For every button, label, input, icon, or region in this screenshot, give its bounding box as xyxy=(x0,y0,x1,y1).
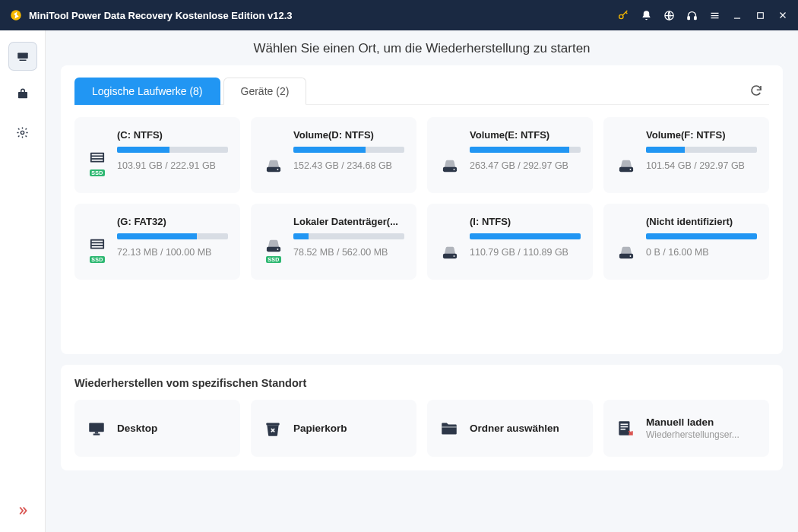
drive-icon xyxy=(441,158,459,173)
svg-rect-3 xyxy=(687,16,689,19)
page-heading: Wählen Sie einen Ort, um die Wiederherst… xyxy=(46,30,798,65)
tabs-row: Logische Laufwerke (8) Geräte (2) xyxy=(74,78,769,105)
svg-rect-4 xyxy=(694,16,696,19)
drives-panel: Logische Laufwerke (8) Geräte (2) SSD(C:… xyxy=(61,65,783,354)
drive-icon-column: SSD xyxy=(263,216,284,266)
sidebar-item-toolbox[interactable] xyxy=(9,81,36,108)
location-card[interactable]: Papierkorb xyxy=(251,400,416,457)
drive-name: (Nicht identifiziert) xyxy=(646,216,757,227)
svg-rect-12 xyxy=(92,157,103,158)
svg-rect-22 xyxy=(92,243,103,245)
drive-icon xyxy=(264,158,283,173)
drive-icon-column xyxy=(616,216,637,266)
drive-info: Volume(E: NTFS)263.47 GB / 292.97 GB xyxy=(470,129,581,179)
drive-grid: SSD(C: NTFS)103.91 GB / 222.91 GBVolume(… xyxy=(74,117,769,280)
drive-icon xyxy=(88,238,106,253)
location-grid: DesktopPapierkorbOrdner auswählenManuell… xyxy=(74,400,769,457)
svg-point-9 xyxy=(21,131,24,134)
location-icon xyxy=(263,419,283,439)
location-card[interactable]: Ordner auswählen xyxy=(427,400,593,457)
drive-icon-column: SSD xyxy=(87,129,108,179)
location-icon xyxy=(439,419,459,439)
svg-rect-8 xyxy=(18,92,27,98)
drive-progress xyxy=(117,147,228,153)
maximize-icon[interactable] xyxy=(754,9,766,21)
drive-icon-column xyxy=(439,216,461,266)
svg-rect-36 xyxy=(621,423,629,425)
drive-card[interactable]: Volume(E: NTFS)263.47 GB / 292.97 GB xyxy=(427,117,593,193)
sidebar-item-settings[interactable] xyxy=(9,119,36,146)
minimize-icon[interactable] xyxy=(731,9,743,21)
location-card[interactable]: Desktop xyxy=(74,400,240,457)
drive-icon xyxy=(264,238,283,253)
refresh-icon[interactable] xyxy=(749,84,765,99)
drive-icon-column xyxy=(616,129,637,179)
svg-rect-24 xyxy=(267,247,280,252)
svg-rect-31 xyxy=(93,433,100,435)
drive-progress xyxy=(470,147,581,153)
location-card[interactable]: Manuell ladenWiederherstellungser... xyxy=(603,400,769,457)
menu-icon[interactable] xyxy=(708,9,720,21)
titlebar: MiniTool Power Data Recovery Kostenlose … xyxy=(0,0,798,30)
svg-rect-35 xyxy=(619,421,629,435)
svg-rect-28 xyxy=(619,254,633,258)
drive-card[interactable]: SSDLokaler Datenträger(...78.52 MB / 562… xyxy=(251,204,416,280)
svg-rect-26 xyxy=(443,254,457,258)
drive-icon xyxy=(617,245,635,260)
drive-name: Volume(E: NTFS) xyxy=(470,129,581,141)
svg-rect-32 xyxy=(95,432,98,433)
location-text: Desktop xyxy=(117,423,157,434)
svg-rect-34 xyxy=(442,426,457,427)
location-icon xyxy=(87,419,106,439)
drive-info: (I: NTFS)110.79 GB / 110.89 GB xyxy=(470,216,581,266)
svg-rect-7 xyxy=(19,60,26,62)
tab-logical-drives[interactable]: Logische Laufwerke (8) xyxy=(74,78,220,105)
globe-icon[interactable] xyxy=(663,9,675,21)
svg-rect-33 xyxy=(266,423,279,425)
drive-icon xyxy=(617,158,635,173)
app-title: MiniTool Power Data Recovery Kostenlose … xyxy=(29,10,617,21)
sidebar-item-recovery[interactable] xyxy=(9,43,36,70)
svg-rect-37 xyxy=(621,426,629,427)
drive-progress xyxy=(293,147,404,153)
location-title: Ordner auswählen xyxy=(470,423,559,434)
drive-info: Volume(D: NTFS)152.43 GB / 234.68 GB xyxy=(293,129,404,179)
svg-point-27 xyxy=(454,255,455,257)
svg-rect-14 xyxy=(267,167,280,172)
drive-progress xyxy=(646,233,757,239)
main-content: Wählen Sie einen Ort, um die Wiederherst… xyxy=(46,30,798,532)
drive-card[interactable]: SSD(C: NTFS)103.91 GB / 222.91 GB xyxy=(74,117,240,193)
close-icon[interactable] xyxy=(777,9,789,21)
svg-rect-16 xyxy=(443,167,457,172)
drive-card[interactable]: (Nicht identifiziert)0 B / 16.00 MB xyxy=(603,204,769,280)
headphones-icon[interactable] xyxy=(686,9,698,21)
tab-devices[interactable]: Geräte (2) xyxy=(223,78,307,105)
specific-location-title: Wiederherstellen vom spezifischen Stando… xyxy=(74,377,769,389)
location-title: Papierkorb xyxy=(293,423,347,434)
key-icon[interactable] xyxy=(617,9,629,21)
drive-size: 101.54 GB / 292.97 GB xyxy=(646,160,757,171)
svg-point-1 xyxy=(619,14,623,18)
drive-card[interactable]: Volume(F: NTFS)101.54 GB / 292.97 GB xyxy=(603,117,769,193)
drive-size: 0 B / 16.00 MB xyxy=(646,247,757,258)
drive-name: (I: NTFS) xyxy=(470,216,581,227)
bell-icon[interactable] xyxy=(640,9,652,21)
location-title: Desktop xyxy=(117,423,157,434)
specific-location-panel: Wiederherstellen vom spezifischen Stando… xyxy=(61,365,783,470)
titlebar-actions xyxy=(617,9,789,21)
svg-rect-21 xyxy=(92,241,103,242)
drive-info: (G: FAT32)72.13 MB / 100.00 MB xyxy=(117,216,228,266)
ssd-badge: SSD xyxy=(266,256,280,263)
drive-info: Volume(F: NTFS)101.54 GB / 292.97 GB xyxy=(646,129,757,179)
svg-rect-13 xyxy=(92,160,103,161)
sidebar-expand-icon[interactable] xyxy=(9,497,36,524)
drive-card[interactable]: SSD(G: FAT32)72.13 MB / 100.00 MB xyxy=(74,204,240,280)
drive-progress xyxy=(293,233,404,239)
svg-rect-18 xyxy=(619,167,633,172)
drive-card[interactable]: Volume(D: NTFS)152.43 GB / 234.68 GB xyxy=(251,117,416,193)
drive-size: 263.47 GB / 292.97 GB xyxy=(470,160,581,171)
drive-name: Volume(D: NTFS) xyxy=(293,129,404,141)
drive-card[interactable]: (I: NTFS)110.79 GB / 110.89 GB xyxy=(427,204,593,280)
svg-point-25 xyxy=(277,249,279,250)
svg-rect-6 xyxy=(17,53,28,59)
